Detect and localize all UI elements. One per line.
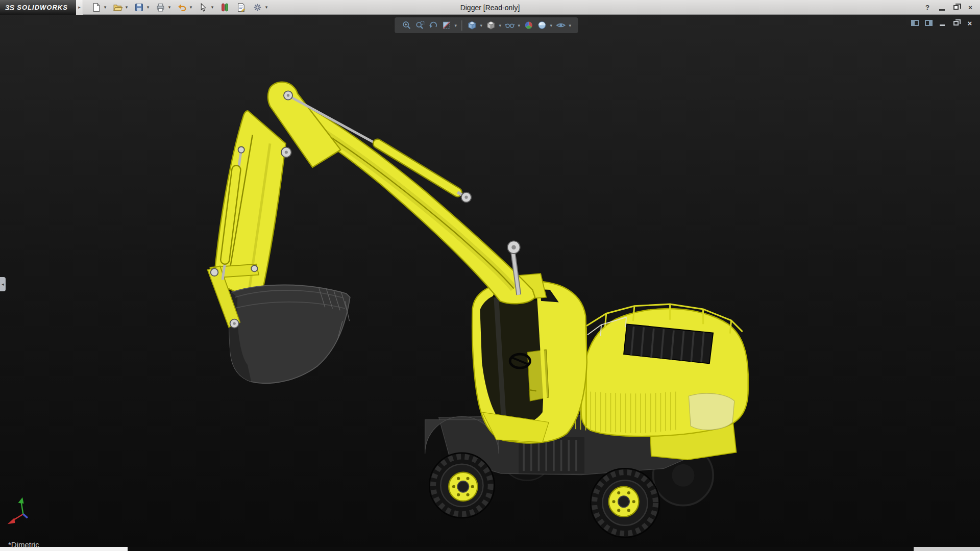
quick-access-toolbar: ▾ ▾ ▾ ▾ ▾ ▾ (90, 1, 272, 13)
undo-icon (177, 3, 187, 12)
view-settings-button[interactable] (554, 19, 567, 32)
edit-appearance-button[interactable] (522, 19, 535, 32)
graphics-viewport[interactable]: ▾ ▾ ▾ ▾ ▾ ▾ × ◂ *Dimetri (0, 15, 980, 551)
document-window-controls: × (910, 18, 975, 28)
help-button[interactable]: ? (921, 2, 934, 13)
hide-show-items-icon (505, 20, 514, 30)
rear-left-wheel[interactable] (591, 468, 659, 537)
solidworks-logo: 3S SOLIDWORKS (0, 0, 76, 15)
chevron-down-icon[interactable]: ▾ (567, 23, 573, 28)
new-document-icon (91, 3, 101, 12)
close-button[interactable]: × (964, 2, 977, 13)
new-document-button[interactable] (90, 1, 103, 13)
minimize-icon (940, 24, 945, 26)
front-left-wheel[interactable] (429, 453, 494, 518)
file-properties-icon (236, 3, 246, 12)
document-restore-button[interactable] (951, 18, 961, 28)
save-button[interactable] (133, 1, 145, 13)
view-orientation-cube-icon (467, 20, 477, 30)
chevron-down-icon[interactable]: ▾ (124, 5, 129, 10)
zoom-to-area-icon (415, 20, 425, 30)
chevron-down-icon[interactable]: ▾ (453, 23, 458, 28)
coordinate-triad[interactable] (8, 497, 28, 524)
rebuild-button[interactable] (219, 1, 231, 13)
zoom-to-fit-icon (402, 20, 411, 30)
restore-button[interactable] (949, 2, 963, 13)
toolbar-separator (461, 20, 462, 31)
save-icon (134, 3, 144, 12)
chevron-down-icon[interactable]: ▾ (548, 23, 554, 28)
gear-icon (253, 3, 262, 12)
window-title: Digger [Read-only] (460, 0, 520, 15)
panel-left-icon (911, 20, 919, 26)
restore-icon (953, 5, 959, 10)
bucket[interactable] (229, 285, 350, 383)
previous-view-button[interactable] (426, 19, 439, 32)
options-button[interactable] (252, 1, 264, 13)
solidworks-logo-text: SOLIDWORKS (17, 4, 68, 11)
solidworks-logo-mark-icon: 3S (5, 3, 14, 12)
previous-view-icon (428, 20, 438, 30)
featuremanager-collapse-tab[interactable]: ◂ (0, 277, 6, 291)
view-settings-eye-icon (556, 20, 566, 30)
cab[interactable] (472, 281, 587, 443)
select-button[interactable] (198, 1, 210, 13)
print-icon (156, 3, 165, 12)
titlebar: 3S SOLIDWORKS ▸ ▾ ▾ ▾ ▾ ▾ (0, 0, 980, 15)
undo-button[interactable] (176, 1, 188, 13)
featuremanager-pane-button[interactable] (910, 18, 920, 28)
open-button[interactable] (112, 1, 124, 13)
minimize-button[interactable] (935, 2, 948, 13)
zoom-to-area-button[interactable] (413, 19, 426, 32)
status-bar-right (914, 547, 980, 551)
view-orientation-button[interactable] (465, 19, 478, 32)
chevron-down-icon[interactable]: ▾ (478, 23, 484, 28)
file-properties-button[interactable] (235, 1, 248, 13)
section-view-icon (442, 20, 451, 30)
chevron-down-icon[interactable]: ▾ (516, 23, 522, 28)
display-pane-button[interactable] (923, 18, 934, 28)
chevron-down-icon[interactable]: ▾ (188, 5, 193, 10)
heads-up-view-toolbar: ▾ ▾ ▾ ▾ ▾ ▾ (395, 17, 578, 33)
model-canvas[interactable] (0, 15, 980, 551)
view-orientation-label: *Dimetric (8, 540, 39, 549)
chevron-down-icon[interactable]: ▾ (264, 5, 269, 10)
minimize-icon (939, 9, 945, 11)
status-bar (0, 547, 980, 551)
chevron-down-icon[interactable]: ▾ (145, 5, 151, 10)
apply-scene-button[interactable] (535, 19, 548, 32)
display-style-button[interactable] (484, 19, 497, 32)
section-view-button[interactable] (439, 19, 453, 32)
boom-arm[interactable] (214, 82, 546, 304)
status-bar-middle (128, 547, 914, 551)
print-button[interactable] (155, 1, 167, 13)
restore-icon (953, 21, 959, 26)
menu-expand-arrow-icon[interactable]: ▸ (76, 0, 83, 15)
chevron-down-icon[interactable]: ▾ (497, 23, 503, 28)
chevron-down-icon[interactable]: ▾ (103, 5, 108, 10)
select-cursor-icon (199, 3, 208, 12)
rebuild-icon (220, 3, 230, 12)
edit-appearance-icon (524, 20, 533, 30)
chevron-down-icon[interactable]: ▾ (167, 5, 172, 10)
open-folder-icon (113, 3, 122, 12)
chevron-down-icon[interactable]: ▾ (210, 5, 215, 10)
document-minimize-button[interactable] (937, 18, 947, 28)
zoom-to-fit-button[interactable] (400, 19, 413, 32)
window-controls: ? × (921, 0, 977, 15)
panel-right-icon (925, 20, 933, 26)
apply-scene-icon (537, 20, 547, 30)
document-close-button[interactable]: × (965, 18, 975, 28)
display-style-icon (486, 20, 496, 30)
hide-show-items-button[interactable] (503, 19, 516, 32)
